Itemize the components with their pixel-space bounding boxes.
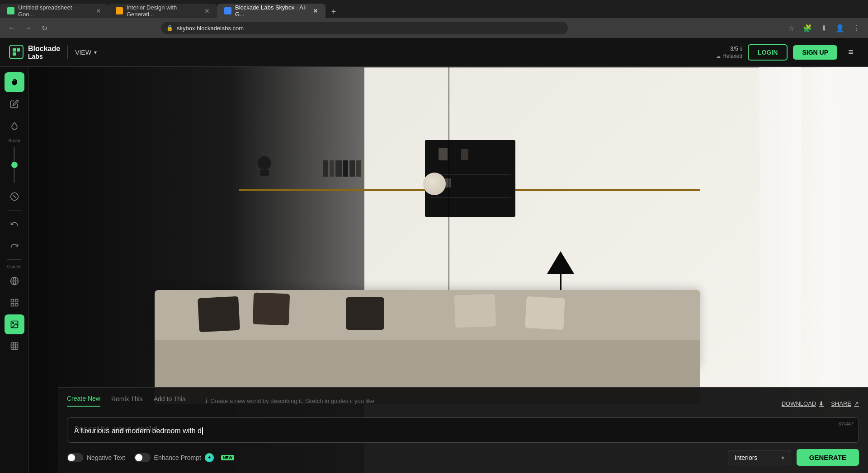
relaxed-icon: ☁ — [716, 54, 721, 59]
tool-pencil[interactable] — [5, 94, 24, 114]
bookmark-icon[interactable]: ☆ — [785, 22, 797, 34]
toggle-knob — [68, 454, 75, 461]
style-dropdown[interactable]: Interiors ▾ — [728, 450, 791, 465]
usage-mode-text: Relaxed — [722, 53, 742, 59]
tool-undo[interactable] — [5, 214, 24, 234]
tab-sheets-close[interactable]: ✕ — [96, 7, 101, 14]
negative-text-group: Negative Text — [67, 453, 125, 462]
usage-count-text: 3/5 — [730, 45, 738, 52]
logo-icon — [12, 47, 21, 56]
usage-mode: ☁ Relaxed — [716, 53, 742, 59]
canvas-area[interactable]: Create New Remix This Add to This ℹ Crea… — [29, 67, 868, 473]
logo-area: Blockade Labs — [9, 44, 60, 61]
svg-rect-2 — [13, 52, 16, 56]
chevron-down-icon: ▾ — [94, 49, 97, 56]
usage-info: 3/5 ℹ ☁ Relaxed — [716, 45, 742, 59]
svg-line-4 — [13, 195, 16, 198]
tab-blockade[interactable]: Blockade Labs Skybox - AI-G... ✕ — [217, 4, 326, 18]
tab-blockade-favicon — [224, 7, 231, 14]
hint-text: Create a new world by describing it. Ske… — [210, 398, 374, 404]
negative-text-label[interactable]: Negative Text — [87, 454, 125, 461]
logo-box — [9, 45, 24, 59]
svg-rect-0 — [13, 48, 16, 52]
tab-blockade-close[interactable]: ✕ — [313, 7, 318, 14]
svg-rect-1 — [17, 48, 20, 52]
tab-sheets-favicon — [7, 7, 14, 14]
bottom-panel: Create New Remix This Add to This ℹ Crea… — [58, 387, 868, 473]
enhance-ai-icon: ✦ — [205, 453, 214, 462]
menu-icon[interactable]: ⋮ — [850, 22, 863, 34]
logo-text: Blockade Labs — [28, 44, 60, 61]
brush-slider[interactable] — [14, 147, 15, 183]
svg-rect-8 — [15, 300, 18, 302]
shelf-books — [323, 160, 361, 177]
signup-button[interactable]: SIGN UP — [793, 45, 837, 60]
url-text: skybox.blockadelabs.com — [177, 25, 562, 32]
tab-add-to-this[interactable]: Add to This — [154, 395, 186, 406]
new-tab-button[interactable]: + — [327, 5, 340, 18]
chevron-down-icon: ▾ — [781, 454, 784, 461]
info-icon: ℹ — [740, 46, 742, 52]
tool-globe[interactable] — [5, 271, 24, 291]
lock-icon: 🔒 — [166, 25, 173, 31]
svg-point-12 — [12, 323, 13, 324]
main-content: Brush Guides — [0, 67, 868, 473]
prompt-input[interactable] — [67, 417, 859, 443]
svg-rect-7 — [11, 300, 14, 302]
globe-decor — [423, 173, 446, 195]
download-button[interactable]: DOWNLOAD ⬇ — [782, 400, 824, 407]
generate-button[interactable]: GENERATE — [797, 449, 859, 466]
topbar-right: 3/5 ℹ ☁ Relaxed LOGIN SIGN UP ≡ — [716, 44, 859, 61]
hamburger-menu[interactable]: ≡ — [843, 44, 859, 61]
svg-rect-10 — [15, 304, 18, 306]
reload-button[interactable]: ↻ — [38, 22, 51, 34]
address-bar[interactable]: 🔒 skybox.blockadelabs.com — [161, 22, 568, 34]
bottom-panel-header: Create New Remix This Add to This ℹ Crea… — [67, 395, 859, 412]
tool-hand[interactable] — [5, 72, 24, 92]
tab-remix-this[interactable]: Remix This — [111, 395, 143, 406]
enhance-prompt-label[interactable]: Enhance Prompt — [154, 454, 201, 461]
tab-sheets[interactable]: Untitled spreadsheet - Goo... ✕ — [0, 4, 108, 18]
pendant-cord — [448, 67, 449, 310]
tool-grid[interactable] — [5, 336, 24, 356]
new-badge: NEW — [221, 455, 234, 460]
hint-area: ℹ Create a new world by describing it. S… — [205, 398, 374, 404]
tool-image[interactable] — [5, 314, 24, 334]
brush-label: Brush — [8, 138, 20, 143]
usage-count: 3/5 ℹ — [730, 45, 742, 52]
app-container: Blockade Labs VIEW ▾ 3/5 ℹ ☁ Relaxed LOG… — [0, 38, 868, 473]
tab-interior[interactable]: Interior Design with Generati... ✕ — [108, 4, 217, 18]
download-icon: ⬇ — [819, 400, 824, 407]
back-button[interactable]: ← — [5, 22, 18, 34]
tool-eraser[interactable] — [5, 187, 24, 206]
bottom-actions: DOWNLOAD ⬇ SHARE ↗ — [782, 400, 859, 407]
extension-icon[interactable]: 🧩 — [801, 22, 814, 34]
tab-interior-close[interactable]: ✕ — [204, 7, 210, 14]
prompt-controls: Negative Text Enhance Prompt ✦ NEW Inter… — [67, 449, 859, 466]
tool-fill[interactable] — [5, 116, 24, 136]
logo-labs: Labs — [28, 53, 60, 61]
prompt-area: A luxurious and modern bedroom with d 37… — [67, 417, 859, 445]
tab-create-new[interactable]: Create New — [67, 395, 100, 407]
view-button[interactable]: VIEW ▾ — [75, 49, 97, 56]
tool-redo[interactable] — [5, 236, 24, 256]
sidebar-divider-2 — [7, 259, 22, 260]
forward-button[interactable]: → — [22, 22, 34, 34]
enhance-prompt-toggle[interactable] — [134, 453, 151, 462]
browser-tabs: Untitled spreadsheet - Goo... ✕ Interior… — [0, 0, 868, 18]
bottom-tabs: Create New Remix This Add to This ℹ Crea… — [67, 395, 374, 407]
sidebar-divider-1 — [7, 210, 22, 211]
hint-icon: ℹ — [205, 398, 208, 404]
guides-label: Guides — [7, 264, 22, 269]
profile-icon[interactable]: 👤 — [834, 22, 846, 34]
svg-rect-13 — [11, 343, 18, 350]
negative-text-toggle[interactable] — [67, 453, 83, 462]
download-icon[interactable]: ⬇ — [817, 22, 830, 34]
tab-interior-favicon — [116, 7, 123, 14]
svg-rect-9 — [11, 304, 14, 306]
tool-layers[interactable] — [5, 293, 24, 313]
browser-chrome: Untitled spreadsheet - Goo... ✕ Interior… — [0, 0, 868, 38]
plant-vase — [255, 156, 274, 174]
share-button[interactable]: SHARE ↗ — [831, 400, 859, 407]
login-button[interactable]: LOGIN — [748, 44, 788, 61]
